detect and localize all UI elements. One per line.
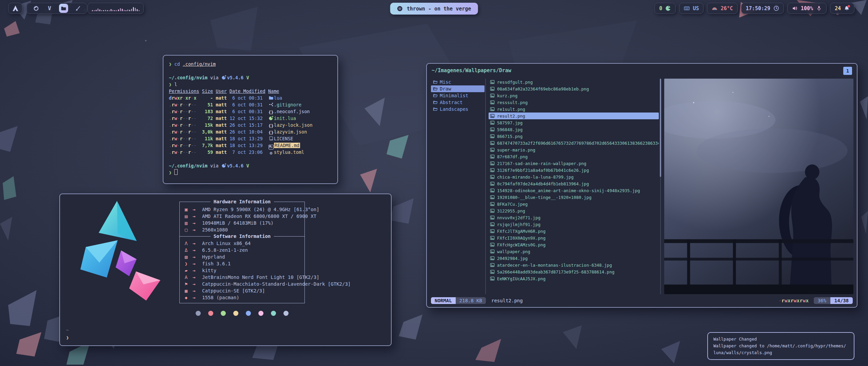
file-date: 26 oct 15:17 <box>230 122 263 128</box>
cwd-path: ~/.config/nvim <box>169 75 208 80</box>
volume-module[interactable]: 100% <box>787 3 827 14</box>
file-entry[interactable]: 3126f7e9bbf21a8a4af0b67b041c6e26.jpg <box>489 167 659 174</box>
file-entry[interactable]: 08a634fa02a32364f69ebc86a98eb1eb.png <box>489 85 659 92</box>
command-line-cd: ❯ cd .config/nvim <box>169 61 337 67</box>
file-entry[interactable]: 3122955.png <box>489 207 659 214</box>
software-rows: Λ→Arch Linux x86_64Δ→6.5.8-zen1-1-zen▧→H… <box>182 240 304 301</box>
app-launcher-button[interactable] <box>8 3 22 14</box>
sidebar-dir-minimalist[interactable]: Minimalist <box>431 92 485 99</box>
now-playing-title: thrown - on the verge <box>407 6 471 12</box>
file-entry-name: chica-mirando-la-luna-8799.jpg <box>497 175 574 180</box>
file-entry-name: ressdfgult.png <box>497 80 533 85</box>
image-file-icon <box>490 80 495 84</box>
file-entry[interactable]: 217167-sad-anime-rain-wallpaper.png <box>489 160 659 167</box>
crystal-logo <box>66 199 168 311</box>
file-entry[interactable]: wallpaper.png <box>489 248 659 255</box>
file-entry[interactable]: ressdfgult.png <box>489 79 659 85</box>
file-entry[interactable]: 154928-odinokoe_anime-art-anime-okno-sin… <box>489 187 659 194</box>
window-icon: ▧ <box>182 253 191 260</box>
shell-row: ❯→fish 3.6.1 <box>182 260 304 267</box>
file-entry[interactable]: EeNKYgIUcAAJ5JX.png <box>489 275 659 282</box>
arrow-icon: → <box>191 281 202 287</box>
file-entry-name: rsjqojlmjhf91.jpg <box>497 222 540 227</box>
file-permissions: .rw-r--r-- <box>169 136 196 141</box>
file-entry[interactable]: 0c794faf07de24a4db4d4fb1eb813964.jpg <box>489 180 659 187</box>
file-entry[interactable]: 5a266e448add93deab367d87173e9f25-6837886… <box>489 268 659 275</box>
fetch-shell-prompt[interactable]: ~ ❯ <box>66 326 69 341</box>
file-entry[interactable]: rsjqojlmjhf91.jpg <box>489 221 659 228</box>
file-size: 11k <box>196 136 213 141</box>
arrow-icon: → <box>191 260 202 267</box>
cpu-row-value: AMD Ryzen 9 5900X (24) @ 4.9GHz [61.3°on… <box>202 206 319 213</box>
file-entry[interactable]: 20492984.jpg <box>489 255 659 262</box>
file-entry[interactable]: FXfcII0X0AQyn9X.png <box>489 235 659 241</box>
file-name: stylua.toml <box>274 149 304 155</box>
prompt-input-line[interactable]: ❯ <box>169 169 337 176</box>
sidebar-dir-abstract[interactable]: Abstract <box>431 99 485 106</box>
terminal-window[interactable]: ❯ cd .config/nvim ~/.config/nvim via v5.… <box>163 55 338 184</box>
updates-module[interactable]: 0 <box>654 3 676 14</box>
arrow-icon: → <box>191 287 202 294</box>
image-file-icon <box>490 175 495 179</box>
firefox-icon <box>33 5 39 11</box>
music-player-pill[interactable]: thrown - on the verge <box>390 3 478 15</box>
tab-badge[interactable]: 1 <box>843 67 852 75</box>
notifications-module[interactable]: 24 <box>830 3 854 14</box>
scrollbar-thumb[interactable] <box>660 79 661 177</box>
keyboard-layout: US <box>693 5 699 12</box>
clock-module[interactable]: 17:50:29 <box>741 3 784 14</box>
file-entry[interactable]: FXfcJlTXgAMvH6R.png <box>489 228 659 235</box>
arrow-icon: → <box>191 274 202 281</box>
memory-row: ▥→10948MiB / 64183MiB (17%) <box>182 220 304 226</box>
braces-icon: {} <box>268 124 274 129</box>
visualizer-bar <box>120 8 121 11</box>
notification-dot <box>847 5 850 8</box>
file-manager-button[interactable] <box>59 4 68 13</box>
system-info-window[interactable]: Hardware Information ▣→AMD Ryzen 9 5900X… <box>59 194 392 346</box>
file-entry[interactable]: FXfcHgcWIAMzs0G.png <box>489 241 659 248</box>
fm-sidebar: MiscDrawMinimalistAbstractLandscapes <box>431 79 485 294</box>
file-entry[interactable]: 8FKa7Cu.jpeg <box>489 201 659 207</box>
file-entry[interactable]: 87r687df.png <box>489 153 659 160</box>
keyboard-module[interactable]: US <box>679 3 704 14</box>
file-entry[interactable]: nnvuv0xj2df71.jpg <box>489 214 659 221</box>
visualizer-bar <box>137 9 138 11</box>
file-entry[interactable]: 596848.jpg <box>489 126 659 133</box>
status-bar: NORMAL 218.8 KB result2.png -rwxrwxrwx 3… <box>431 297 853 305</box>
file-entry[interactable]: resssult.png <box>489 99 659 106</box>
file-permissions: .rw-r--r-- <box>169 149 196 155</box>
memory-row-value: 10948MiB / 64183MiB (17%) <box>202 220 274 226</box>
file-entry[interactable]: 866715.png <box>489 133 659 140</box>
file-entry[interactable]: atardecer-en-la-montanas-ilustracion-634… <box>489 262 659 268</box>
file-entry[interactable]: result2.png <box>489 113 659 119</box>
paintbrush-button[interactable] <box>74 4 82 13</box>
weather-module[interactable]: 26°C <box>707 3 737 14</box>
visualizer[interactable] <box>87 3 144 14</box>
lua-version: v5.4.6 <box>227 75 243 80</box>
rainbow-icon <box>712 5 717 11</box>
sidebar-dir-misc[interactable]: Misc <box>431 79 485 85</box>
command-argument: .config/nvim <box>183 61 216 67</box>
file-entry[interactable]: kurz.png <box>489 92 659 99</box>
neovim-button[interactable]: V <box>45 4 54 13</box>
file-entry[interactable]: super-mario.png <box>489 146 659 153</box>
file-manager-window[interactable]: ~/Imagenes/Wallpapers/Draw 1 MiscDrawMin… <box>426 63 857 308</box>
paintbrush-icon <box>75 5 81 11</box>
sidebar-dir-draw[interactable]: Draw <box>431 85 485 92</box>
notification-toast[interactable]: Wallpaper Changed Wallpaper changed to /… <box>707 332 854 360</box>
file-entry-name: 154928-odinokoe_anime-art-anime-okno-sin… <box>497 188 640 193</box>
file-entry[interactable]: re1sult.png <box>489 106 659 113</box>
visualizer-bar <box>139 10 140 11</box>
visualizer-bar <box>101 10 102 11</box>
file-permissions: -rwxrwxrwx <box>778 298 809 303</box>
file-entry[interactable]: 68747470733a2f2f696d616765732d7769786d70… <box>489 140 659 146</box>
file-date: 7 oct 23:06 <box>230 149 263 155</box>
image-file-icon <box>490 168 495 172</box>
firefox-button[interactable] <box>32 4 40 13</box>
dock: V <box>26 3 87 14</box>
visualizer-bar <box>125 10 126 11</box>
file-entry[interactable]: 587597.jpg <box>489 119 659 126</box>
file-entry[interactable]: 19201080-__blue-tinge__-1920×1080.jpg <box>489 194 659 201</box>
file-entry[interactable]: chica-mirando-la-luna-8799.jpg <box>489 174 659 180</box>
sidebar-dir-landscapes[interactable]: Landscapes <box>431 106 485 113</box>
